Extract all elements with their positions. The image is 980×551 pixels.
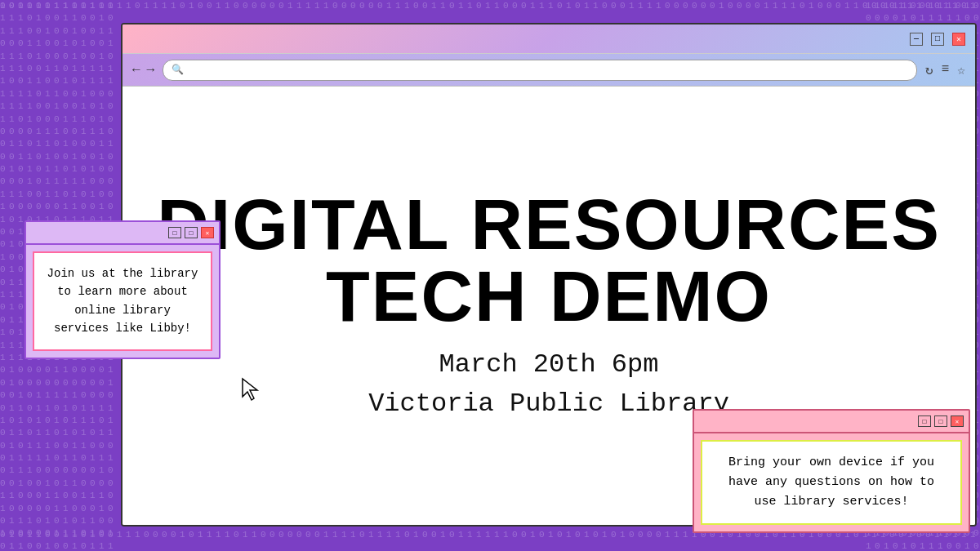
- main-title: DIGITAL RESOURCES TECH DEMO: [157, 189, 941, 332]
- popup-right-body: Bring your own device if you have any qu…: [701, 440, 962, 525]
- nav-arrows: ← →: [132, 63, 154, 78]
- popup-left-close[interactable]: ✕: [201, 227, 214, 238]
- popup-right-titlebar: □ □ ✕: [694, 411, 969, 433]
- popup-left-minimize[interactable]: □: [168, 227, 181, 238]
- popup-left-titlebar: □ □ ✕: [26, 222, 219, 245]
- event-date: March 20th 6pm: [368, 345, 729, 384]
- event-location: Victoria Public Library: [368, 384, 729, 424]
- reload-button[interactable]: ↻: [925, 62, 933, 78]
- browser-window-controls: — □ ✕: [910, 33, 965, 46]
- popup-left-maximize[interactable]: □: [185, 227, 198, 238]
- title-line2: TECH DEMO: [157, 260, 941, 332]
- search-icon: 🔍: [172, 64, 184, 76]
- bookmark-button[interactable]: ☆: [957, 62, 965, 78]
- close-button[interactable]: ✕: [952, 33, 965, 46]
- popup-right-window: □ □ ✕ Bring your own device if you have …: [693, 409, 970, 533]
- address-bar[interactable]: 🔍: [163, 60, 917, 81]
- browser-navbar: ← → 🔍 ↻ ≡ ☆: [122, 54, 975, 87]
- popup-right-minimize[interactable]: □: [918, 415, 931, 427]
- back-button[interactable]: ←: [132, 63, 140, 78]
- forward-button[interactable]: →: [147, 63, 155, 78]
- popup-left-text: Join us at the library to learn more abo…: [47, 267, 198, 335]
- background: // Generate binary columns const bg = do…: [0, 0, 980, 551]
- popup-right-maximize[interactable]: □: [934, 415, 947, 427]
- browser-titlebar: — □ ✕: [122, 24, 975, 54]
- minimize-button[interactable]: —: [910, 33, 923, 46]
- event-details: March 20th 6pm Victoria Public Library: [368, 345, 729, 424]
- maximize-button[interactable]: □: [931, 33, 944, 46]
- menu-button[interactable]: ≡: [942, 62, 950, 78]
- popup-left-window: □ □ ✕ Join us at the library to learn mo…: [24, 220, 220, 359]
- popup-right-close[interactable]: ✕: [951, 415, 964, 427]
- browser-toolbar: ↻ ≡ ☆: [925, 62, 965, 78]
- popup-left-body: Join us at the library to learn more abo…: [33, 251, 212, 351]
- popup-right-text: Bring your own device if you have any qu…: [728, 455, 934, 509]
- title-line1: DIGITAL RESOURCES: [157, 189, 941, 260]
